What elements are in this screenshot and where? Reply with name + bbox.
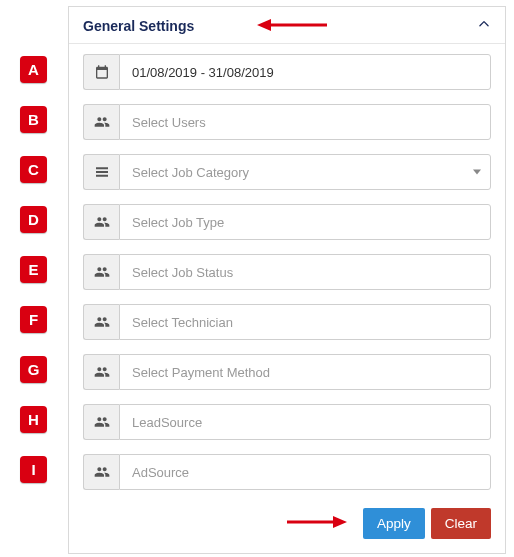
users-icon: [83, 104, 119, 140]
panel-title: General Settings: [83, 18, 194, 34]
users-input[interactable]: [119, 104, 491, 140]
job-category-select[interactable]: [119, 154, 491, 190]
users-icon: [83, 404, 119, 440]
payment-method-row: [83, 354, 491, 390]
job-status-row: [83, 254, 491, 290]
job-status-input[interactable]: [119, 254, 491, 290]
general-settings-panel: General Settings: [68, 6, 506, 554]
annotation-label: I: [20, 456, 47, 483]
annotation-arrow-icon: [257, 16, 327, 38]
annotation-label: E: [20, 256, 47, 283]
chevron-up-icon: [477, 17, 491, 35]
panel-header[interactable]: General Settings: [69, 7, 505, 44]
caret-down-icon: [473, 170, 481, 175]
svg-marker-3: [333, 516, 347, 528]
annotation-label: H: [20, 406, 47, 433]
date-range-row: [83, 54, 491, 90]
annotation-label: D: [20, 206, 47, 233]
annotation-label: F: [20, 306, 47, 333]
lead-source-input[interactable]: [119, 404, 491, 440]
ad-source-input[interactable]: [119, 454, 491, 490]
apply-button[interactable]: Apply: [363, 508, 425, 539]
actions-row: Apply Clear: [83, 504, 491, 539]
payment-method-input[interactable]: [119, 354, 491, 390]
annotation-label: A: [20, 56, 47, 83]
job-category-row: [83, 154, 491, 190]
users-icon: [83, 304, 119, 340]
users-icon: [83, 254, 119, 290]
annotation-label: B: [20, 106, 47, 133]
annotation-label: G: [20, 356, 47, 383]
ad-source-row: [83, 454, 491, 490]
annotation-label: C: [20, 156, 47, 183]
technician-input[interactable]: [119, 304, 491, 340]
date-range-input[interactable]: [119, 54, 491, 90]
list-icon: [83, 154, 119, 190]
users-icon: [83, 454, 119, 490]
users-icon: [83, 354, 119, 390]
job-type-row: [83, 204, 491, 240]
calendar-icon: [83, 54, 119, 90]
annotation-arrow-icon: [287, 513, 347, 535]
panel-body: Apply Clear: [69, 44, 505, 553]
users-icon: [83, 204, 119, 240]
annotation-label-column: A B C D E F G H I: [20, 56, 47, 483]
clear-button[interactable]: Clear: [431, 508, 491, 539]
job-type-input[interactable]: [119, 204, 491, 240]
users-row: [83, 104, 491, 140]
svg-marker-1: [257, 19, 271, 31]
technician-row: [83, 304, 491, 340]
job-category-field[interactable]: [119, 154, 491, 190]
lead-source-row: [83, 404, 491, 440]
